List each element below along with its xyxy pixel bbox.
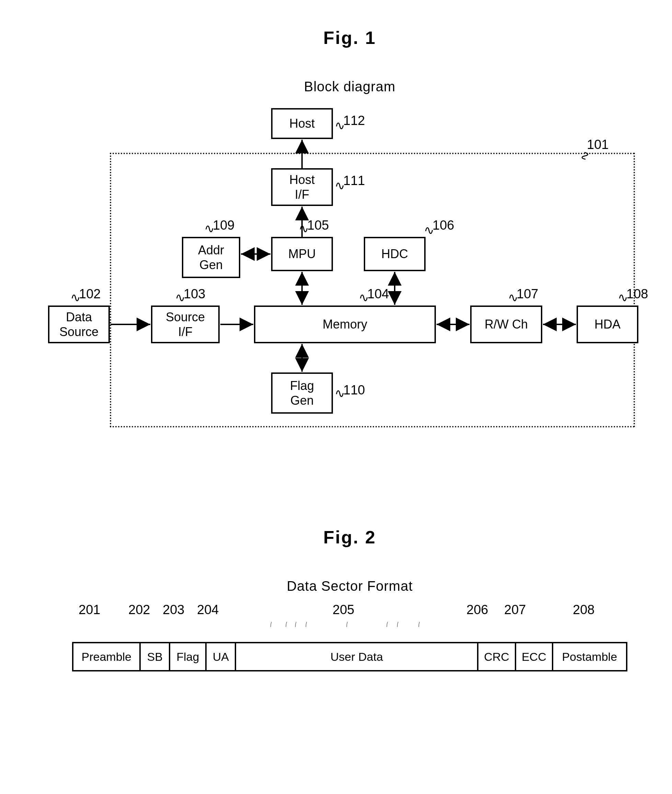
- tilde-icon: ∿: [578, 151, 592, 161]
- field-preamble: Preamble: [73, 643, 140, 671]
- ref-rwch: 107: [517, 287, 538, 301]
- ref-flaggen: 110: [343, 383, 365, 397]
- ref-postamble: 208: [573, 602, 594, 617]
- fig1-diagram: Host ∿ 112 Host I/F ∿ 111 MPU ∿ 105 HDC …: [14, 101, 672, 445]
- fig1-subtitle: Block diagram: [14, 79, 672, 94]
- ref-addrgen: 109: [213, 218, 234, 233]
- field-crc: CRC: [478, 643, 515, 671]
- fig2-subtitle: Data Sector Format: [14, 578, 672, 594]
- field-ecc: ECC: [515, 643, 552, 671]
- memory-box: Memory: [254, 306, 436, 343]
- hdc-box: HDC: [364, 237, 426, 271]
- rwch-box: R/W Ch: [470, 306, 542, 343]
- hda-box: HDA: [577, 306, 638, 343]
- addrgen-box: Addr Gen: [182, 237, 240, 278]
- ref-boundary: 101: [587, 137, 608, 152]
- ref-hda: 108: [626, 287, 648, 301]
- sourceif-box: Source I/F: [151, 306, 220, 343]
- datasource-box: Data Source: [48, 306, 110, 343]
- ref-hooks: [58, 621, 642, 642]
- mpu-box: MPU: [271, 237, 333, 271]
- page: Fig. 1 Block diagram Host ∿ 112 Host I/F…: [14, 27, 672, 794]
- ref-ua: 204: [197, 602, 219, 617]
- hostif-box: Host I/F: [271, 168, 333, 206]
- ref-memory: 104: [367, 287, 389, 301]
- ref-hostif: 111: [343, 173, 365, 188]
- fig2-diagram: 201 202 203 204 205 206 207 208 Preamble: [58, 642, 642, 671]
- ref-hdc: 106: [432, 218, 454, 233]
- ref-datasource: 102: [79, 287, 101, 301]
- ref-ecc: 207: [504, 602, 526, 617]
- field-userdata: User Data: [235, 643, 478, 671]
- ref-sourceif: 103: [184, 287, 205, 301]
- field-flag: Flag: [170, 643, 206, 671]
- ref-preamble: 201: [78, 602, 100, 617]
- sector-table: Preamble SB Flag UA User Data CRC ECC Po…: [72, 642, 627, 671]
- ref-mpu: 105: [307, 218, 329, 233]
- ref-flag: 203: [163, 602, 184, 617]
- field-ua: UA: [206, 643, 235, 671]
- ref-crc: 206: [466, 602, 488, 617]
- ref-host: 112: [343, 113, 365, 128]
- flaggen-box: Flag Gen: [271, 373, 333, 414]
- fig2-title: Fig. 2: [14, 527, 672, 547]
- host-box: Host: [271, 108, 333, 139]
- ref-sb: 202: [128, 602, 150, 617]
- field-postamble: Postamble: [552, 643, 627, 671]
- field-sb: SB: [140, 643, 170, 671]
- fig1-title: Fig. 1: [14, 27, 672, 48]
- ref-userdata: 205: [333, 602, 354, 617]
